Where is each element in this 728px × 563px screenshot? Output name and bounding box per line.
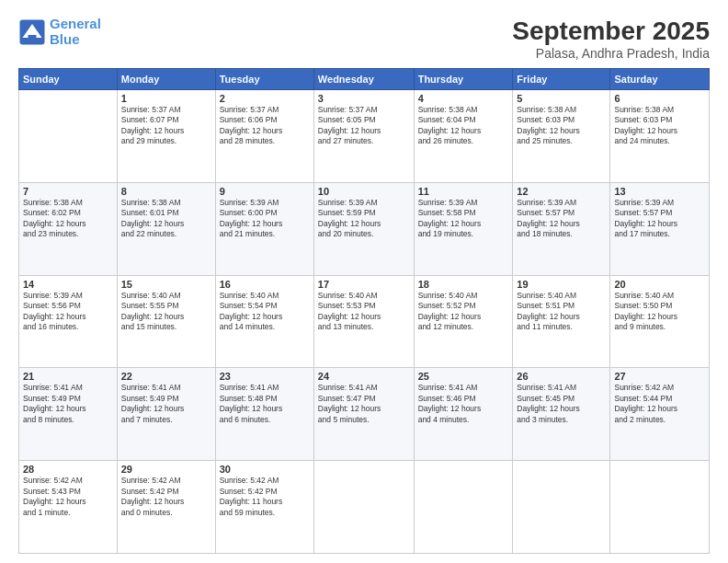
calendar-cell: 15Sunrise: 5:40 AM Sunset: 5:55 PM Dayli… <box>117 275 215 368</box>
day-info: Sunrise: 5:40 AM Sunset: 5:51 PM Dayligh… <box>517 291 606 333</box>
day-number: 8 <box>121 186 211 197</box>
day-number: 28 <box>23 464 113 475</box>
day-number: 17 <box>318 279 410 290</box>
day-number: 2 <box>220 93 310 104</box>
calendar-body: 1Sunrise: 5:37 AM Sunset: 6:07 PM Daylig… <box>19 90 710 554</box>
calendar-cell <box>19 90 118 183</box>
weekday-header: Thursday <box>414 69 513 90</box>
day-number: 21 <box>23 371 113 382</box>
day-info: Sunrise: 5:40 AM Sunset: 5:53 PM Dayligh… <box>318 291 410 333</box>
calendar-cell: 1Sunrise: 5:37 AM Sunset: 6:07 PM Daylig… <box>117 90 215 183</box>
day-number: 14 <box>23 279 113 290</box>
day-number: 5 <box>517 93 606 104</box>
header: General Blue September 2025 Palasa, Andh… <box>18 17 710 61</box>
day-info: Sunrise: 5:37 AM Sunset: 6:07 PM Dayligh… <box>121 105 211 147</box>
calendar-cell: 29Sunrise: 5:42 AM Sunset: 5:42 PM Dayli… <box>117 461 215 554</box>
calendar-cell: 16Sunrise: 5:40 AM Sunset: 5:54 PM Dayli… <box>215 275 313 368</box>
day-info: Sunrise: 5:41 AM Sunset: 5:45 PM Dayligh… <box>517 383 606 425</box>
calendar-cell: 5Sunrise: 5:38 AM Sunset: 6:03 PM Daylig… <box>513 90 610 183</box>
day-number: 4 <box>418 93 509 104</box>
page: General Blue September 2025 Palasa, Andh… <box>0 0 728 563</box>
day-info: Sunrise: 5:41 AM Sunset: 5:46 PM Dayligh… <box>418 383 509 425</box>
day-info: Sunrise: 5:38 AM Sunset: 6:03 PM Dayligh… <box>614 105 705 147</box>
calendar-cell: 27Sunrise: 5:42 AM Sunset: 5:44 PM Dayli… <box>610 368 710 461</box>
calendar-week-row: 14Sunrise: 5:39 AM Sunset: 5:56 PM Dayli… <box>19 275 710 368</box>
calendar-cell: 13Sunrise: 5:39 AM Sunset: 5:57 PM Dayli… <box>610 182 710 275</box>
day-info: Sunrise: 5:40 AM Sunset: 5:54 PM Dayligh… <box>220 291 310 333</box>
calendar-cell: 30Sunrise: 5:42 AM Sunset: 5:42 PM Dayli… <box>215 461 313 554</box>
calendar-cell: 12Sunrise: 5:39 AM Sunset: 5:57 PM Dayli… <box>513 182 610 275</box>
calendar-table: SundayMondayTuesdayWednesdayThursdayFrid… <box>18 68 710 554</box>
day-number: 7 <box>23 186 113 197</box>
calendar-cell: 11Sunrise: 5:39 AM Sunset: 5:58 PM Dayli… <box>414 182 513 275</box>
calendar-cell: 8Sunrise: 5:38 AM Sunset: 6:01 PM Daylig… <box>117 182 215 275</box>
day-number: 15 <box>121 279 211 290</box>
day-number: 20 <box>614 279 705 290</box>
day-number: 13 <box>614 186 705 197</box>
calendar-cell: 19Sunrise: 5:40 AM Sunset: 5:51 PM Dayli… <box>513 275 610 368</box>
calendar-cell: 21Sunrise: 5:41 AM Sunset: 5:49 PM Dayli… <box>19 368 118 461</box>
weekday-header: Wednesday <box>313 69 414 90</box>
weekday-header: Saturday <box>610 69 710 90</box>
day-info: Sunrise: 5:42 AM Sunset: 5:42 PM Dayligh… <box>220 476 310 518</box>
weekday-header: Tuesday <box>215 69 313 90</box>
svg-rect-2 <box>28 35 37 40</box>
day-number: 29 <box>121 464 211 475</box>
day-info: Sunrise: 5:39 AM Sunset: 5:57 PM Dayligh… <box>614 198 705 240</box>
logo: General Blue <box>18 17 101 47</box>
calendar-cell: 6Sunrise: 5:38 AM Sunset: 6:03 PM Daylig… <box>610 90 710 183</box>
day-info: Sunrise: 5:40 AM Sunset: 5:50 PM Dayligh… <box>614 291 705 333</box>
logo-icon <box>18 18 46 46</box>
calendar-cell <box>610 461 710 554</box>
day-number: 6 <box>614 93 705 104</box>
calendar-cell: 3Sunrise: 5:37 AM Sunset: 6:05 PM Daylig… <box>313 90 414 183</box>
day-info: Sunrise: 5:39 AM Sunset: 5:56 PM Dayligh… <box>23 291 113 333</box>
logo-text: General Blue <box>50 17 101 47</box>
day-number: 18 <box>418 279 509 290</box>
calendar-cell: 23Sunrise: 5:41 AM Sunset: 5:48 PM Dayli… <box>215 368 313 461</box>
day-number: 10 <box>318 186 410 197</box>
calendar-cell: 22Sunrise: 5:41 AM Sunset: 5:49 PM Dayli… <box>117 368 215 461</box>
day-number: 25 <box>418 371 509 382</box>
day-info: Sunrise: 5:41 AM Sunset: 5:48 PM Dayligh… <box>220 383 310 425</box>
weekday-header: Monday <box>117 69 215 90</box>
day-number: 26 <box>517 371 606 382</box>
day-number: 12 <box>517 186 606 197</box>
day-info: Sunrise: 5:42 AM Sunset: 5:44 PM Dayligh… <box>614 383 705 425</box>
day-info: Sunrise: 5:42 AM Sunset: 5:43 PM Dayligh… <box>23 476 113 518</box>
day-info: Sunrise: 5:40 AM Sunset: 5:55 PM Dayligh… <box>121 291 211 333</box>
calendar-cell <box>414 461 513 554</box>
day-info: Sunrise: 5:39 AM Sunset: 5:58 PM Dayligh… <box>418 198 509 240</box>
day-info: Sunrise: 5:39 AM Sunset: 6:00 PM Dayligh… <box>220 198 310 240</box>
day-number: 11 <box>418 186 509 197</box>
calendar-cell: 7Sunrise: 5:38 AM Sunset: 6:02 PM Daylig… <box>19 182 118 275</box>
calendar-cell: 28Sunrise: 5:42 AM Sunset: 5:43 PM Dayli… <box>19 461 118 554</box>
day-info: Sunrise: 5:38 AM Sunset: 6:01 PM Dayligh… <box>121 198 211 240</box>
calendar-cell: 17Sunrise: 5:40 AM Sunset: 5:53 PM Dayli… <box>313 275 414 368</box>
day-info: Sunrise: 5:39 AM Sunset: 5:59 PM Dayligh… <box>318 198 410 240</box>
calendar-cell: 18Sunrise: 5:40 AM Sunset: 5:52 PM Dayli… <box>414 275 513 368</box>
day-number: 3 <box>318 93 410 104</box>
day-info: Sunrise: 5:40 AM Sunset: 5:52 PM Dayligh… <box>418 291 509 333</box>
day-info: Sunrise: 5:41 AM Sunset: 5:49 PM Dayligh… <box>23 383 113 425</box>
day-info: Sunrise: 5:39 AM Sunset: 5:57 PM Dayligh… <box>517 198 606 240</box>
day-info: Sunrise: 5:42 AM Sunset: 5:42 PM Dayligh… <box>121 476 211 518</box>
weekday-row: SundayMondayTuesdayWednesdayThursdayFrid… <box>19 69 710 90</box>
day-number: 27 <box>614 371 705 382</box>
calendar-cell: 14Sunrise: 5:39 AM Sunset: 5:56 PM Dayli… <box>19 275 118 368</box>
day-number: 22 <box>121 371 211 382</box>
day-number: 9 <box>220 186 310 197</box>
logo-line2: Blue <box>50 31 80 47</box>
day-info: Sunrise: 5:38 AM Sunset: 6:03 PM Dayligh… <box>517 105 606 147</box>
calendar-cell: 4Sunrise: 5:38 AM Sunset: 6:04 PM Daylig… <box>414 90 513 183</box>
calendar-header: SundayMondayTuesdayWednesdayThursdayFrid… <box>19 69 710 90</box>
calendar-cell: 24Sunrise: 5:41 AM Sunset: 5:47 PM Dayli… <box>313 368 414 461</box>
weekday-header: Friday <box>513 69 610 90</box>
calendar-week-row: 7Sunrise: 5:38 AM Sunset: 6:02 PM Daylig… <box>19 182 710 275</box>
calendar-week-row: 21Sunrise: 5:41 AM Sunset: 5:49 PM Dayli… <box>19 368 710 461</box>
calendar-cell: 26Sunrise: 5:41 AM Sunset: 5:45 PM Dayli… <box>513 368 610 461</box>
calendar-cell: 9Sunrise: 5:39 AM Sunset: 6:00 PM Daylig… <box>215 182 313 275</box>
logo-line1: General <box>50 16 101 31</box>
day-number: 23 <box>220 371 310 382</box>
day-number: 30 <box>220 464 310 475</box>
